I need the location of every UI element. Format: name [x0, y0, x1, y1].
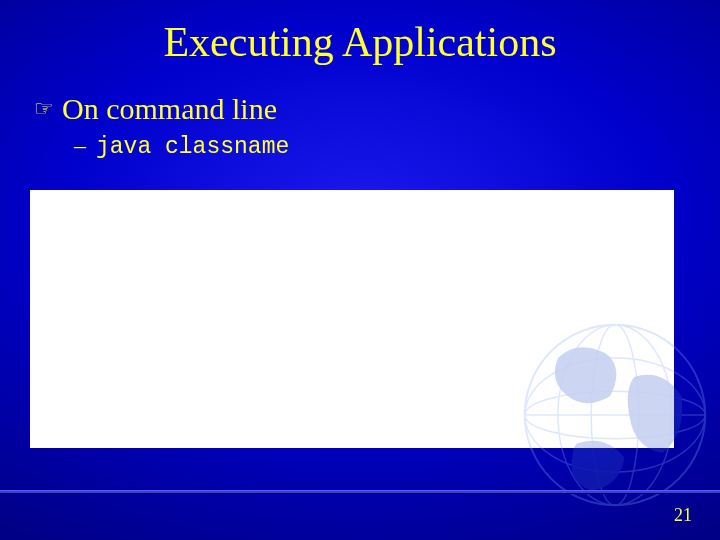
- slide-content: ☞ On command line – java classname: [0, 66, 720, 160]
- bullet-text: On command line: [62, 92, 277, 126]
- content-placeholder: [30, 190, 674, 448]
- slide: Executing Applications ☞ On command line…: [0, 0, 720, 540]
- sub-bullet-code: java classname: [96, 134, 289, 160]
- hand-pointer-icon: ☞: [34, 98, 54, 120]
- footer-divider: [0, 490, 720, 494]
- page-number: 21: [674, 505, 692, 526]
- sub-bullet-item: – java classname: [34, 126, 720, 160]
- sub-bullet-dash: –: [74, 132, 86, 159]
- slide-title: Executing Applications: [0, 0, 720, 66]
- bullet-item: ☞ On command line: [34, 92, 720, 126]
